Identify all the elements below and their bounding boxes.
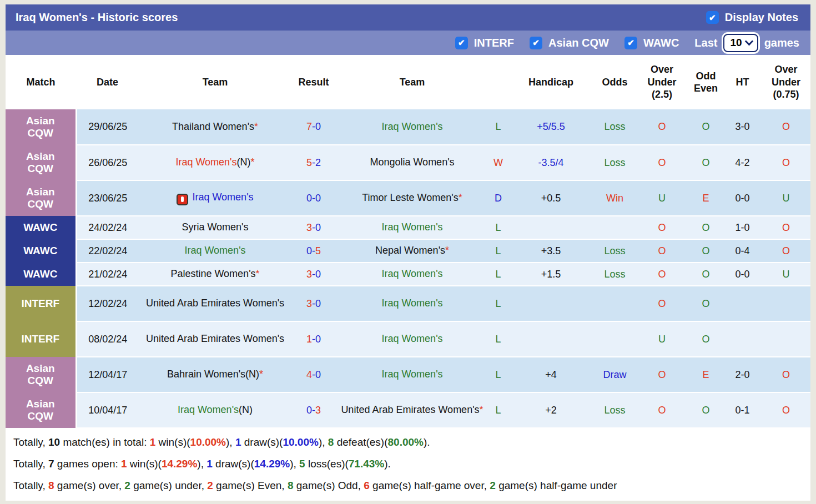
ht-cell: 0-0 — [723, 180, 762, 216]
over-under-075-cell: O — [762, 239, 810, 263]
odds-cell: Loss — [594, 109, 636, 145]
result-cell: 0-0 — [291, 180, 336, 216]
table-row: WAWC21/02/24Palestine Women's*3-0Iraq Wo… — [6, 263, 810, 286]
over-under-25-cell: O — [636, 109, 688, 145]
handicap-cell — [508, 321, 594, 357]
result-cell: 4-0 — [291, 357, 336, 392]
wawc-label: WAWC — [643, 37, 679, 49]
asian-cqw-checkbox[interactable] — [530, 37, 542, 49]
result-cell: 7-0 — [291, 109, 336, 145]
last-games-select[interactable]: 10 — [723, 34, 758, 52]
match-competition-cell: WAWC — [6, 239, 76, 263]
historic-scores-panel: Iraq Women's - Historic scores Display N… — [6, 4, 810, 501]
odd-even-cell: O — [688, 216, 723, 239]
away-team-cell: Timor Leste Women's* — [336, 180, 488, 216]
interf-label: INTERF — [474, 37, 514, 49]
handicap-cell: +0.5 — [508, 180, 594, 216]
page-title: Iraq Women's - Historic scores — [16, 11, 178, 24]
ht-cell: 1-0 — [723, 216, 762, 239]
match-competition-cell: WAWC — [6, 263, 76, 286]
table-row: Asian CQW12/04/17Bahrain Women's(N)*4-0I… — [6, 357, 810, 392]
wld-cell: L — [488, 109, 508, 145]
date-cell: 26/06/25 — [76, 145, 139, 180]
odd-even-cell: O — [688, 286, 723, 321]
filter-bar: INTERF Asian CQW WAWC Last 10 games — [6, 31, 810, 55]
table-row: Asian CQW26/06/25Iraq Women's(N)*5-2Mong… — [6, 145, 810, 180]
table-row: Asian CQW29/06/25Thailand Women's*7-0Ira… — [6, 109, 810, 145]
ht-cell — [723, 321, 762, 357]
date-cell: 12/02/24 — [76, 286, 139, 321]
col-result: Result — [291, 55, 336, 109]
over-under-25-cell: O — [636, 239, 688, 263]
home-team-cell: Syria Women's — [139, 216, 291, 239]
result-cell: 3-0 — [291, 216, 336, 239]
summary-line: Totally, 7 games open: 1 win(s)(14.29%),… — [13, 453, 810, 475]
odd-even-cell: O — [688, 239, 723, 263]
interf-checkbox[interactable] — [455, 37, 468, 49]
history-table: Match Date Team Result Team Handicap Odd… — [6, 55, 810, 429]
wld-cell: L — [488, 321, 508, 357]
odds-cell — [594, 321, 636, 357]
col-date: Date — [76, 55, 139, 109]
over-under-075-cell — [762, 321, 810, 357]
odds-cell — [594, 286, 636, 321]
table-row: INTERF12/02/24United Arab Emirates Women… — [6, 286, 810, 321]
match-competition-cell: WAWC — [6, 216, 76, 239]
home-team-cell: United Arab Emirates Women's — [139, 286, 291, 321]
display-notes-checkbox[interactable] — [706, 11, 719, 24]
filter-interf: INTERF — [455, 37, 514, 49]
odds-cell: Loss — [594, 263, 636, 286]
chevron-down-icon — [744, 37, 753, 46]
filter-asian-cqw: Asian CQW — [530, 37, 609, 49]
date-cell: 08/02/24 — [76, 321, 139, 357]
wawc-checkbox[interactable] — [624, 37, 637, 49]
over-under-075-cell: U — [762, 263, 810, 286]
odd-even-cell: O — [688, 263, 723, 286]
col-away-team: Team — [336, 55, 488, 109]
match-competition-cell: Asian CQW — [6, 109, 76, 145]
table-row: WAWC22/02/24Iraq Women's0-5Nepal Women's… — [6, 239, 810, 263]
over-under-25-cell: U — [636, 180, 688, 216]
away-team-cell: Iraq Women's — [336, 263, 488, 286]
wld-cell: L — [488, 357, 508, 392]
last-games-control: Last 10 games — [694, 34, 799, 52]
summary-line: Totally, 10 match(es) in total: 1 win(s)… — [13, 431, 810, 453]
col-handicap: Handicap — [508, 55, 594, 109]
match-competition-cell: INTERF — [6, 321, 76, 357]
table-row: WAWC24/02/24Syria Women's3-0Iraq Women's… — [6, 216, 810, 239]
col-over-under-075: Over Under (0.75) — [762, 55, 810, 109]
table-header: Match Date Team Result Team Handicap Odd… — [6, 55, 810, 109]
summary-line: Totally, 8 game(s) over, 2 game(s) under… — [13, 475, 810, 496]
handicap-cell — [508, 286, 594, 321]
wld-cell: L — [488, 216, 508, 239]
date-cell: 21/02/24 — [76, 263, 139, 286]
ht-cell: 3-0 — [723, 109, 762, 145]
handicap-cell: -3.5/4 — [508, 145, 594, 180]
over-under-25-cell: O — [636, 286, 688, 321]
handicap-cell — [508, 216, 594, 239]
handicap-cell: +4 — [508, 357, 594, 392]
summary: Totally, 10 match(es) in total: 1 win(s)… — [6, 429, 810, 501]
date-cell: 23/06/25 — [76, 180, 139, 216]
odd-even-cell: O — [688, 392, 723, 428]
table-row: Asian CQW23/06/25Iraq Women's0-0Timor Le… — [6, 180, 810, 216]
ht-cell: 0-0 — [723, 263, 762, 286]
handicap-cell: +3.5 — [508, 239, 594, 263]
ht-cell — [723, 286, 762, 321]
home-team-cell: Iraq Women's — [139, 180, 291, 216]
col-over-under-25: Over Under (2.5) — [636, 55, 688, 109]
wld-cell: D — [488, 180, 508, 216]
over-under-075-cell: O — [762, 392, 810, 428]
over-under-075-cell: U — [762, 180, 810, 216]
over-under-075-cell: O — [762, 357, 810, 392]
date-cell: 22/02/24 — [76, 239, 139, 263]
result-cell: 3-0 — [291, 286, 336, 321]
away-team-cell: United Arab Emirates Women's* — [336, 392, 488, 428]
table-row: INTERF08/02/24United Arab Emirates Women… — [6, 321, 810, 357]
result-cell: 1-0 — [291, 321, 336, 357]
over-under-25-cell: O — [636, 145, 688, 180]
wld-cell: W — [488, 145, 508, 180]
col-odd-even: Odd Even — [688, 55, 723, 109]
history-table-body: Asian CQW29/06/25Thailand Women's*7-0Ira… — [6, 109, 810, 428]
result-cell: 0-5 — [291, 239, 336, 263]
